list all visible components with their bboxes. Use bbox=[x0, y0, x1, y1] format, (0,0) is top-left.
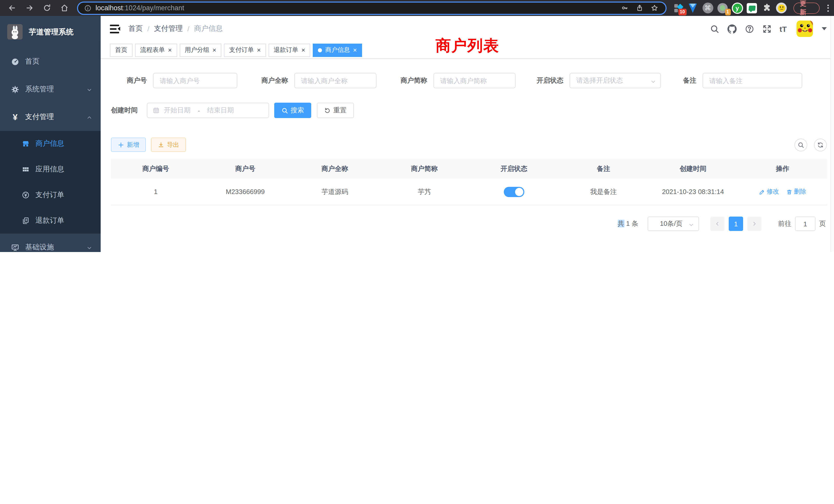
sidebar-item-pay[interactable]: ¥ 支付管理 bbox=[0, 103, 101, 131]
remark-input[interactable] bbox=[703, 73, 802, 88]
tab-home[interactable]: 首页 bbox=[110, 43, 132, 57]
status-toggle-on[interactable] bbox=[504, 187, 524, 197]
sidebar-submenu-pay: 商户信息 应用信息 支付订单 bbox=[0, 131, 101, 233]
extension-chat-icon[interactable] bbox=[746, 2, 758, 14]
help-icon[interactable] bbox=[745, 24, 754, 33]
fullscreen-icon[interactable] bbox=[762, 24, 772, 33]
breadcrumb-pay[interactable]: 支付管理 bbox=[154, 24, 183, 33]
sidebar-item-app-info[interactable]: 应用信息 bbox=[0, 157, 101, 182]
close-icon[interactable] bbox=[302, 47, 305, 53]
sidebar-logo[interactable]: 芋道管理系统 bbox=[0, 16, 101, 48]
browser-home-button[interactable] bbox=[57, 1, 71, 15]
browser-update-button[interactable]: 更新 bbox=[794, 2, 820, 14]
goto-page-input[interactable] bbox=[795, 216, 815, 231]
browser-profile-avatar[interactable] bbox=[776, 2, 787, 14]
user-avatar[interactable] bbox=[796, 21, 813, 37]
avatar-caret-icon[interactable] bbox=[822, 27, 827, 30]
bookmark-star-icon[interactable] bbox=[651, 4, 658, 12]
date-range-separator: - bbox=[198, 107, 200, 114]
sidebar-item-system[interactable]: 系统管理 bbox=[0, 75, 101, 103]
next-page-button[interactable] bbox=[747, 216, 762, 231]
page-number-1[interactable]: 1 bbox=[729, 216, 743, 231]
chevron-left-icon bbox=[714, 221, 721, 227]
browser-back-button[interactable] bbox=[5, 1, 19, 15]
arrow-left-icon bbox=[7, 4, 16, 12]
merchant-name-label: 商户全称 bbox=[247, 76, 288, 85]
password-key-icon[interactable] bbox=[621, 4, 629, 12]
address-bar[interactable]: localhost:1024/pay/merchant bbox=[77, 1, 666, 15]
delete-link[interactable]: 删除 bbox=[786, 187, 806, 196]
cell-merchant-no: M233666999 bbox=[200, 188, 290, 196]
refresh-table-button[interactable] bbox=[814, 138, 827, 151]
close-icon[interactable] bbox=[257, 47, 261, 53]
documents-icon bbox=[22, 216, 30, 225]
column-header: 备注 bbox=[559, 164, 649, 174]
sidebar-item-infra[interactable]: 基础设施 bbox=[0, 233, 101, 252]
breadcrumb-home[interactable]: 首页 bbox=[128, 24, 143, 33]
cell-remark: 我是备注 bbox=[559, 187, 649, 196]
sidebar-item-pay-order[interactable]: 支付订单 bbox=[0, 182, 101, 208]
navbar-actions: tT bbox=[710, 21, 827, 37]
edit-link[interactable]: 修改 bbox=[759, 187, 779, 196]
export-button[interactable]: 导出 bbox=[151, 138, 186, 152]
chevron-down-icon bbox=[86, 244, 92, 250]
extension-yudao-icon[interactable]: y bbox=[731, 2, 743, 14]
sidebar-item-merchant-info[interactable]: 商户信息 bbox=[0, 131, 101, 157]
extension-gem-icon[interactable] bbox=[687, 2, 698, 14]
page-content: 商户号 商户全称 商户简称 开启状态 请选择开启状态 bbox=[101, 59, 834, 252]
sidebar-item-refund-order[interactable]: 退款订单 bbox=[0, 208, 101, 233]
filter-row-1: 商户号 商户全称 商户简称 开启状态 请选择开启状态 bbox=[111, 73, 827, 88]
close-icon[interactable] bbox=[212, 47, 216, 53]
tab-refund-order[interactable]: 退款订单 bbox=[269, 43, 310, 57]
close-icon[interactable] bbox=[168, 47, 172, 53]
column-header: 商户简称 bbox=[379, 164, 469, 174]
active-tab-dot bbox=[318, 48, 322, 52]
search-icon[interactable] bbox=[710, 24, 720, 33]
extension-blocks-icon[interactable]: 10 bbox=[673, 2, 684, 14]
yen-icon: ¥ bbox=[11, 113, 20, 121]
column-header: 商户号 bbox=[200, 164, 290, 174]
merchant-no-input[interactable] bbox=[153, 73, 237, 88]
browser-chrome: localhost:1024/pay/merchant 10 ⌘ 1 y bbox=[0, 0, 834, 16]
sidebar-fold-icon[interactable] bbox=[110, 24, 120, 33]
extension-recorder-icon[interactable]: 1 bbox=[717, 2, 728, 14]
cell-merchant-id: 1 bbox=[111, 188, 200, 196]
status-select[interactable]: 请选择开启状态 bbox=[570, 73, 661, 88]
extensions-puzzle-icon[interactable] bbox=[761, 2, 772, 14]
cell-create-time: 2021-10-23 08:31:14 bbox=[649, 188, 738, 196]
browser-forward-button[interactable] bbox=[22, 1, 37, 15]
reset-button[interactable]: 重置 bbox=[317, 102, 354, 118]
tab-merchant-info[interactable]: 商户信息 bbox=[313, 43, 362, 57]
start-date-placeholder: 开始日期 bbox=[164, 106, 191, 115]
page-size-select[interactable]: 10条/页 bbox=[648, 216, 699, 231]
browser-menu-icon[interactable] bbox=[827, 4, 829, 12]
main-area: 商户列表 首页 / 支付管理 / 商户信息 bbox=[101, 16, 834, 252]
share-icon[interactable] bbox=[636, 4, 643, 12]
merchant-no-label: 商户号 bbox=[111, 76, 147, 85]
toggle-search-button[interactable] bbox=[794, 138, 807, 151]
search-button[interactable]: 搜索 bbox=[274, 102, 311, 118]
browser-reload-button[interactable] bbox=[40, 1, 54, 15]
merchant-name-input[interactable] bbox=[294, 73, 376, 88]
scrollbar-gutter[interactable] bbox=[830, 16, 834, 252]
pay-order-icon bbox=[22, 191, 30, 199]
sidebar-item-home[interactable]: 首页 bbox=[0, 48, 101, 75]
url-path: :1024/pay/merchant bbox=[123, 4, 184, 12]
tab-user-group[interactable]: 用户分组 bbox=[179, 43, 221, 57]
prev-page-button[interactable] bbox=[710, 216, 725, 231]
extension-badge: 1 bbox=[725, 8, 730, 15]
merchant-short-input[interactable] bbox=[434, 73, 515, 88]
github-icon[interactable] bbox=[727, 24, 737, 33]
create-time-range-picker[interactable]: 开始日期 - 结束日期 bbox=[147, 102, 269, 118]
sidebar-menu: 首页 系统管理 ¥ 支付管理 bbox=[0, 48, 101, 252]
extension-command-icon[interactable]: ⌘ bbox=[702, 2, 713, 14]
search-icon bbox=[281, 107, 288, 114]
font-size-icon[interactable]: tT bbox=[780, 24, 787, 33]
chevron-down-icon bbox=[688, 221, 694, 227]
column-header: 创建时间 bbox=[649, 164, 738, 174]
tab-process-form[interactable]: 流程表单 bbox=[135, 43, 177, 57]
add-button[interactable]: 新增 bbox=[111, 138, 146, 152]
site-info-icon[interactable] bbox=[84, 4, 91, 12]
close-icon[interactable] bbox=[353, 47, 357, 53]
tab-pay-order[interactable]: 支付订单 bbox=[224, 43, 266, 57]
